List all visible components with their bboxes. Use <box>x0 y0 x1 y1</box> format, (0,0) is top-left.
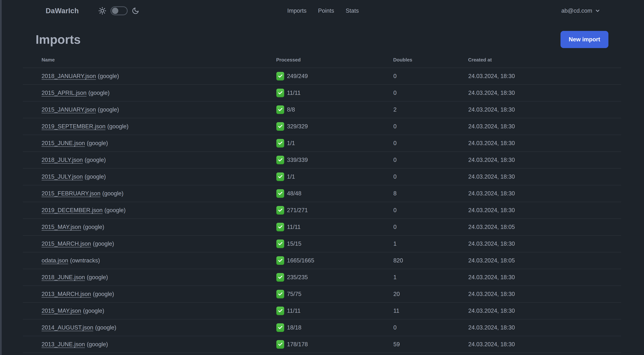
import-source: (google) <box>84 157 106 163</box>
user-menu[interactable]: ab@cd.com <box>561 7 600 14</box>
cell-created-at: 24.03.2024, 18:30 <box>468 319 621 336</box>
cell-doubles: 20 <box>393 286 468 303</box>
check-mark-emoji <box>276 256 284 265</box>
check-mark-emoji <box>276 273 284 282</box>
check-mark-emoji <box>276 189 284 198</box>
import-row: 2019_SEPTEMBER.json(google)329/329024.03… <box>23 118 621 135</box>
cell-doubles: 1 <box>393 235 468 252</box>
nav-item-points[interactable]: Points <box>318 7 334 14</box>
cell-name: 2015_JUNE.json(google) <box>23 135 276 152</box>
theme-toggle[interactable] <box>110 6 128 15</box>
cell-name: 2015_JANUARY.json(google) <box>23 101 276 118</box>
cell-name: 2019_SEPTEMBER.json(google) <box>23 118 276 135</box>
import-file-link[interactable]: 2015_MAY.json <box>42 308 81 314</box>
nav-item-imports[interactable]: Imports <box>287 7 306 14</box>
import-file-link[interactable]: 2018_JULY.json <box>42 157 83 163</box>
processed-count: 329/329 <box>287 123 308 130</box>
cell-name: 2015_MAY.json(google) <box>23 303 276 319</box>
cell-name: 2014_AUGUST.json(google) <box>23 319 276 336</box>
sun-icon <box>98 7 106 15</box>
new-import-button[interactable]: New import <box>560 31 608 48</box>
processed-count: 271/271 <box>287 207 308 214</box>
cell-created-at <box>468 353 621 355</box>
cell-name: 2015_JULY.json(google) <box>23 168 276 185</box>
cell-processed: 11/11 <box>276 303 393 319</box>
import-file-link[interactable]: 2015_JUNE.json <box>42 140 85 146</box>
import-source: (google) <box>98 106 119 113</box>
cell-created-at: 24.03.2024, 18:30 <box>468 68 621 84</box>
app-logo[interactable]: DaWarIch <box>46 7 79 15</box>
import-row: 2018_JANUARY.json(google)249/249024.03.2… <box>23 68 621 84</box>
cell-processed: 329/329 <box>276 118 393 135</box>
import-row: 2018_JUNE.json(google)235/235124.03.2024… <box>23 269 621 286</box>
cell-doubles: 0 <box>393 152 468 168</box>
cell-doubles: 8 <box>393 185 468 202</box>
import-file-link[interactable]: 2015_JANUARY.json <box>42 106 96 113</box>
import-source: (owntracks) <box>70 257 100 264</box>
cell-processed: 1/1 <box>276 168 393 185</box>
cell-processed: 75/75 <box>276 286 393 303</box>
processed-count: 11/11 <box>287 308 300 314</box>
cell-doubles: 0 <box>393 118 468 135</box>
cell-doubles: 11 <box>393 303 468 319</box>
import-file-link[interactable]: 2014_AUGUST.json <box>42 324 93 331</box>
check-mark-emoji <box>276 340 284 349</box>
import-file-link[interactable]: 2018_JANUARY.json <box>42 73 96 79</box>
import-row: 2019_DECEMBER.json(google)271/271024.03.… <box>23 202 621 219</box>
import-file-link[interactable]: 2019_SEPTEMBER.json <box>42 123 106 130</box>
cell-doubles <box>393 353 468 355</box>
import-file-link[interactable]: 2019_DECEMBER.json <box>42 207 102 213</box>
cell-processed <box>276 353 393 355</box>
import-row: 2015_JANUARY.json(google)8/8224.03.2024,… <box>23 101 621 118</box>
cell-processed: 249/249 <box>276 68 393 84</box>
cell-doubles: 59 <box>393 336 468 353</box>
cell-name: 2018_JUNE.json(google) <box>23 269 276 286</box>
check-mark-emoji <box>276 223 284 231</box>
import-file-link[interactable]: 2015_JULY.json <box>42 173 83 180</box>
cell-created-at: 24.03.2024, 18:30 <box>468 202 621 219</box>
processed-count: 1/1 <box>287 173 295 180</box>
import-row: 2015_MARCH.json(google)15/15124.03.2024,… <box>23 235 621 252</box>
import-file-link[interactable]: 2013_JUNE.json <box>42 341 85 348</box>
import-file-link[interactable]: 2015_MARCH.json <box>42 240 91 247</box>
imports-page: Imports New import NameProcessedDoublesC… <box>23 31 621 355</box>
import-file-link[interactable]: 2015_APRIL.json <box>42 90 86 96</box>
cell-created-at: 24.03.2024, 18:30 <box>468 84 621 101</box>
cell-doubles: 2 <box>393 101 468 118</box>
import-row: 2015_APRIL.json(google)11/11024.03.2024,… <box>23 84 621 101</box>
check-mark-emoji <box>276 240 284 248</box>
import-row: 2015_FEBRUARY.json(google)48/48824.03.20… <box>23 185 621 202</box>
import-source: (google) <box>83 224 104 230</box>
cell-name <box>23 353 276 355</box>
import-row: 2015_JUNE.json(google)1/1024.03.2024, 18… <box>23 135 621 152</box>
check-mark-emoji <box>276 290 284 298</box>
import-file-link[interactable]: 2015_MAY.json <box>42 224 81 230</box>
table-header-row: NameProcessedDoublesCreated at <box>23 56 621 68</box>
cell-created-at: 24.03.2024, 18:30 <box>468 118 621 135</box>
cell-processed: 235/235 <box>276 269 393 286</box>
import-file-link[interactable]: 2013_MARCH.json <box>42 291 91 297</box>
processed-count: 11/11 <box>287 90 300 96</box>
import-row: 2015_MAY.json(google)11/11024.03.2024, 1… <box>23 219 621 235</box>
import-row: odata.json(owntracks)1665/166582024.03.2… <box>23 252 621 269</box>
check-mark-emoji <box>276 156 284 164</box>
processed-count: 15/15 <box>287 240 302 247</box>
check-mark-emoji <box>276 122 284 131</box>
check-mark-emoji <box>276 72 284 80</box>
import-source: (google) <box>107 123 128 130</box>
import-file-link[interactable]: 2015_FEBRUARY.json <box>42 190 100 197</box>
imports-table-body: 2018_JANUARY.json(google)249/249024.03.2… <box>23 68 621 355</box>
cell-name: 2015_MAY.json(google) <box>23 219 276 235</box>
left-scrollbar-track[interactable] <box>0 0 2 355</box>
import-file-link[interactable]: odata.json <box>42 257 68 264</box>
processed-count: 75/75 <box>287 291 302 298</box>
processed-count: 235/235 <box>287 274 308 281</box>
nav-item-stats[interactable]: Stats <box>346 7 359 14</box>
processed-count: 11/11 <box>287 224 300 230</box>
cell-created-at: 24.03.2024, 18:30 <box>468 286 621 303</box>
import-file-link[interactable]: 2018_JUNE.json <box>42 274 85 281</box>
cell-doubles: 0 <box>393 202 468 219</box>
main-nav: ImportsPointsStats <box>287 7 359 14</box>
cell-processed: 1665/1665 <box>276 252 393 269</box>
cell-doubles: 0 <box>393 84 468 101</box>
